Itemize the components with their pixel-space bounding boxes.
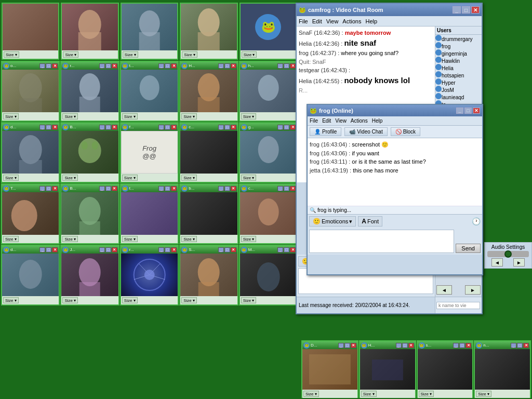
close-button[interactable]: ✕	[112, 63, 117, 69]
user-list-item[interactable]: drummergary	[435, 35, 482, 42]
minimize-button[interactable]: _	[158, 247, 164, 252]
maximize-button[interactable]: □	[224, 186, 230, 191]
maximize-button[interactable]: □	[165, 247, 170, 252]
maximize-button[interactable]: □	[224, 63, 230, 69]
user-search-input[interactable]	[436, 302, 480, 309]
size-button[interactable]: Size ▾	[62, 236, 78, 242]
maximize-button[interactable]: □	[165, 186, 170, 191]
minimize-button[interactable]: _	[39, 186, 45, 191]
minimize-button[interactable]: _	[99, 186, 105, 191]
maximize-button[interactable]: □	[105, 125, 111, 130]
user-list-item[interactable]: Helia	[435, 64, 482, 71]
maximize-button[interactable]: □	[284, 186, 289, 191]
minimize-button[interactable]: _	[218, 186, 224, 191]
size-button[interactable]: Size ▾	[181, 236, 197, 242]
close-button[interactable]: ✕	[52, 125, 58, 130]
maximize-button[interactable]: □	[165, 125, 170, 130]
size-button[interactable]: Size ▾	[3, 113, 19, 119]
maximize-button[interactable]: □	[46, 63, 51, 69]
size-button[interactable]: Size ▾	[241, 297, 257, 303]
nav-left-button[interactable]: ◄	[436, 285, 452, 295]
size-button[interactable]: Size ▾	[242, 51, 257, 58]
close-button[interactable]: ✕	[231, 63, 236, 69]
maximize-button[interactable]: □	[224, 247, 230, 252]
video-chat-button[interactable]: 📹 Video Chat	[344, 127, 387, 136]
user-list-item[interactable]: gingerninja	[435, 49, 482, 57]
audio-knob[interactable]	[504, 250, 512, 258]
minimize-button[interactable]: _	[453, 343, 459, 348]
minimize-button[interactable]: _	[158, 125, 164, 130]
close-button[interactable]: ✕	[52, 186, 58, 191]
priv-font-button[interactable]: A Font	[358, 216, 382, 227]
maximize-button[interactable]: □	[462, 6, 470, 14]
size-button[interactable]: Size ▾	[122, 175, 138, 181]
profile-button[interactable]: 👤 Profile	[310, 127, 341, 136]
size-button[interactable]: Size ▾	[122, 113, 138, 119]
priv-menu-edit[interactable]: Edit	[322, 118, 331, 124]
minimize-button[interactable]: _	[218, 247, 224, 252]
close-button[interactable]: ✕	[290, 186, 296, 191]
minimize-button[interactable]: _	[277, 247, 283, 252]
maximize-button[interactable]: □	[284, 125, 289, 130]
user-list-item[interactable]: Hawklin	[435, 57, 482, 64]
user-list-item[interactable]: hotsapien	[435, 71, 482, 78]
menu-file[interactable]: File	[299, 18, 308, 24]
priv-chat-input[interactable]	[309, 230, 454, 253]
close-button[interactable]: ✕	[290, 247, 296, 252]
close-button[interactable]: ✕	[523, 343, 529, 348]
priv-menu-file[interactable]: File	[310, 118, 318, 124]
size-button[interactable]: Size ▾	[241, 236, 257, 242]
minimize-button[interactable]: _	[158, 63, 164, 69]
priv-menu-help[interactable]: Help	[372, 118, 383, 124]
maximize-button[interactable]: □	[46, 247, 51, 252]
minimize-button[interactable]: _	[511, 343, 516, 348]
user-list-item[interactable]: Hyper	[435, 78, 482, 86]
size-button[interactable]: Size ▾	[3, 236, 19, 242]
size-button[interactable]: Size ▾	[62, 297, 78, 303]
audio-slider[interactable]	[487, 251, 529, 257]
maximize-button[interactable]: □	[517, 343, 523, 348]
close-button[interactable]: ✕	[466, 343, 471, 348]
maximize-button[interactable]: □	[46, 186, 51, 191]
size-button[interactable]: Size ▾	[182, 51, 197, 58]
minimize-button[interactable]: _	[218, 63, 224, 69]
size-button[interactable]: Size ▾	[63, 51, 78, 58]
audio-prev-button[interactable]: ◄	[491, 258, 503, 267]
menu-view[interactable]: View	[326, 18, 339, 24]
close-button[interactable]: ✕	[171, 63, 177, 69]
maximize-button[interactable]: □	[459, 343, 465, 348]
size-button[interactable]: Size ▾	[3, 175, 19, 181]
minimize-button[interactable]: _	[158, 186, 164, 191]
size-button[interactable]: Size ▾	[476, 391, 491, 397]
close-button[interactable]: ✕	[231, 247, 236, 252]
close-button[interactable]: ✕	[408, 343, 414, 348]
size-button[interactable]: Size ▾	[181, 113, 197, 119]
minimize-button[interactable]: _	[99, 125, 105, 130]
size-button[interactable]: Size ▾	[123, 51, 138, 58]
user-list-item[interactable]: JosM	[435, 86, 482, 93]
minimize-button[interactable]: _	[453, 6, 461, 14]
close-button[interactable]: ✕	[290, 125, 296, 130]
minimize-button[interactable]: _	[99, 63, 105, 69]
close-button[interactable]: ✕	[231, 125, 236, 130]
close-button[interactable]: ✕	[171, 125, 177, 130]
size-button[interactable]: Size ▾	[62, 113, 78, 119]
maximize-button[interactable]: □	[105, 186, 111, 191]
size-button[interactable]: Size ▾	[241, 113, 257, 119]
size-button[interactable]: Size ▾	[62, 175, 78, 181]
close-button[interactable]: ✕	[112, 186, 117, 191]
maximize-button[interactable]: □	[105, 63, 111, 69]
close-button[interactable]: ✕	[351, 343, 356, 348]
close-button[interactable]: ✕	[231, 186, 236, 191]
size-button[interactable]: Size ▾	[3, 297, 19, 303]
priv-send-button[interactable]: Send	[456, 244, 481, 253]
close-button[interactable]: ✕	[471, 6, 480, 14]
size-button[interactable]: Size ▾	[181, 175, 197, 181]
size-button[interactable]: Size ▾	[303, 391, 319, 397]
maximize-button[interactable]: □	[284, 63, 289, 69]
maximize-button[interactable]: □	[224, 125, 230, 130]
close-button[interactable]: ✕	[52, 247, 58, 252]
size-button[interactable]: Size ▾	[122, 297, 138, 303]
audio-next-button[interactable]: ►	[513, 258, 525, 267]
minimize-button[interactable]: _	[277, 125, 283, 130]
